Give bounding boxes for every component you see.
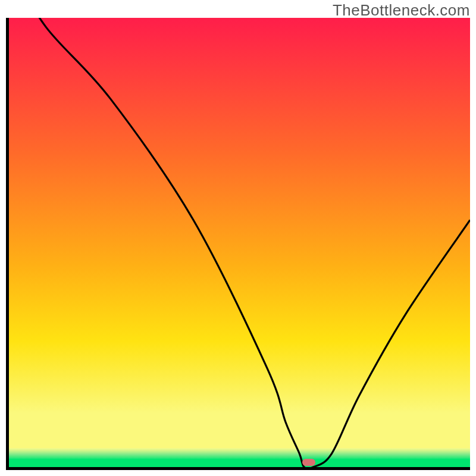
minimum-marker bbox=[302, 459, 315, 466]
watermark-text: TheBottleneck.com bbox=[333, 1, 470, 20]
bottleneck-curve bbox=[9, 18, 470, 467]
plot-area bbox=[6, 18, 470, 470]
